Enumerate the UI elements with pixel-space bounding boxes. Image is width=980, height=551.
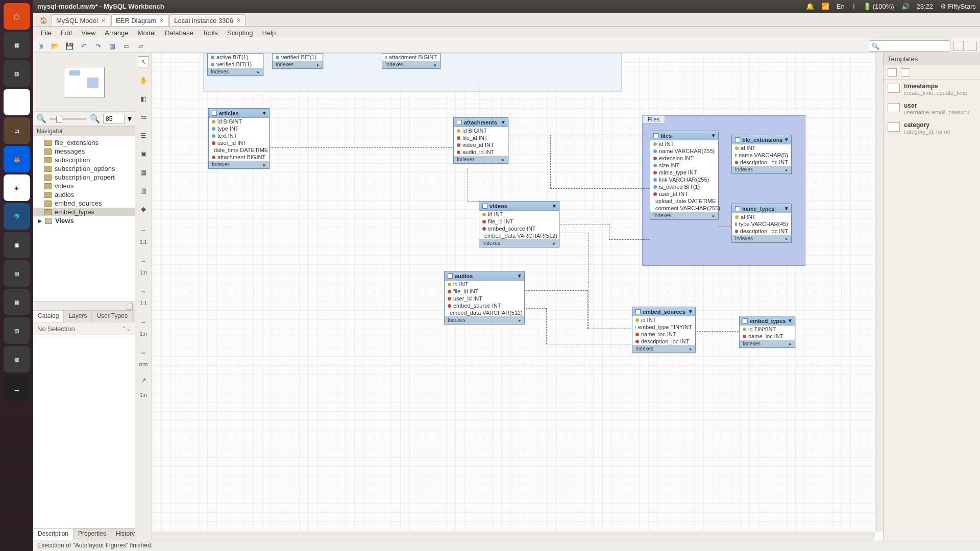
tab-properties[interactable]: Properties (74, 529, 111, 540)
chevron-down-icon[interactable]: ▾ (785, 205, 788, 212)
menu-edit[interactable]: Edit (56, 29, 77, 37)
clock[interactable]: 23:22 (917, 3, 934, 10)
relationship-line[interactable] (509, 135, 647, 135)
tab-description[interactable]: Description (33, 529, 74, 540)
launcher-chrome-icon[interactable]: ◉ (4, 174, 30, 201)
chevron-down-icon[interactable]: ▾ (712, 132, 715, 139)
launcher-app-icon[interactable]: ▦ (4, 289, 30, 315)
selection-indicator[interactable]: No Selection ⌃⌄ (33, 322, 135, 335)
table-articles[interactable]: articles ▾ id BIGINT type INT text INT u… (208, 108, 270, 169)
table-partial[interactable]: verified BIT(1) Indexes (272, 53, 323, 69)
table-files[interactable]: files▾ id INT name VARCHAR(255) extensio… (650, 131, 719, 220)
panel-toggle-left[interactable] (953, 41, 964, 51)
relationship-line[interactable] (697, 331, 739, 332)
relationship-line[interactable] (550, 135, 551, 188)
tree-scrollbar-h[interactable] (33, 301, 135, 310)
launcher-app-icon[interactable]: ▧ (4, 317, 30, 344)
launcher-app-icon[interactable]: ▣ (4, 232, 30, 258)
zoom-out-icon[interactable]: 🔍 (36, 114, 46, 123)
relationship-line[interactable] (609, 224, 609, 239)
relationship-line[interactable] (526, 308, 546, 309)
relationship-line[interactable] (270, 147, 452, 148)
doc-tab[interactable]: EER Diagram✕ (111, 14, 168, 26)
nav-tab-layers[interactable]: Layers (64, 311, 92, 322)
relationship-line[interactable] (468, 201, 479, 202)
tool-note[interactable]: ☰ (138, 130, 149, 141)
canvas-scrollbar-h[interactable] (152, 532, 875, 540)
relationship-line[interactable] (546, 308, 547, 344)
doc-tab[interactable]: MySQL Model✕ (52, 14, 110, 26)
chevron-down-icon[interactable]: ▾ (689, 308, 692, 315)
undo-icon[interactable]: ↶ (79, 41, 88, 51)
template-item[interactable]: categorycategory_id, name (884, 118, 980, 138)
zoom-value-input[interactable]: 85 (103, 114, 125, 124)
bluetooth-icon[interactable]: ᚼ (852, 3, 856, 10)
launcher-firefox-icon[interactable]: 🦊 (4, 146, 30, 172)
redo-icon[interactable]: ↷ (93, 41, 103, 51)
diagram-canvas[interactable]: Files active BIT(1) verified BIT(1) Inde… (152, 53, 883, 540)
align-icon[interactable]: ▭ (122, 41, 131, 51)
table-audios[interactable]: audios▾ id INT file_id INT user_id INT e… (444, 271, 525, 324)
volume-icon[interactable]: 🔊 (901, 3, 910, 10)
template-item[interactable]: timestampscreate_time, update_time (884, 80, 980, 99)
chevron-down-icon[interactable]: ▾ (502, 119, 505, 126)
launcher-app-icon[interactable]: ▦ (4, 32, 30, 58)
menu-view[interactable]: View (77, 29, 100, 37)
launcher-app-icon[interactable]: ▨ (4, 346, 30, 372)
tool-rel-1-1-non[interactable]: ⎯ (138, 221, 149, 233)
template-list-icon[interactable] (901, 68, 910, 77)
chevron-down-icon[interactable]: ▾ (789, 317, 792, 324)
relationship-line[interactable] (479, 70, 479, 117)
launcher-workbench-icon[interactable]: 🐬 (4, 203, 30, 230)
tool-layer[interactable]: ▭ (138, 111, 149, 122)
launcher-terminal-icon[interactable]: ▁ (4, 374, 30, 401)
tool-rel-1-1-id[interactable]: ⎯ (138, 283, 149, 294)
menu-help[interactable]: Help (258, 29, 281, 37)
table-partial[interactable]: attachment BIGINT Indexes (382, 53, 440, 69)
tool-eraser[interactable]: ◧ (138, 93, 149, 104)
tool-routine[interactable]: ◆ (138, 203, 149, 214)
tool-rel-existing[interactable]: ↗ (138, 374, 149, 386)
chevron-down-icon[interactable]: ▾ (553, 203, 556, 209)
close-icon[interactable]: ✕ (101, 17, 106, 24)
close-icon[interactable]: ✕ (236, 17, 241, 24)
chevron-down-icon[interactable]: ▾ (263, 110, 266, 116)
table-embed-sources[interactable]: embed_sources▾ id INT embed_type TINYINT… (632, 307, 696, 353)
menu-database[interactable]: Database (160, 29, 198, 37)
zoom-in-icon[interactable]: 🔍 (90, 114, 100, 123)
tool-hand[interactable]: ✋ (138, 74, 149, 86)
nav-tab-user-types[interactable]: User Types (92, 311, 132, 322)
tool-rel-1-n-id[interactable]: ⎯ (138, 313, 149, 324)
relationship-line[interactable] (550, 188, 650, 189)
session-menu[interactable]: ⚙ FiftyStars (940, 3, 976, 10)
relationship-line[interactable] (587, 290, 587, 329)
network-icon[interactable]: 📶 (821, 3, 829, 10)
ubuntu-dash-icon[interactable]: ◯ (4, 3, 30, 30)
menu-arrange[interactable]: Arrange (100, 29, 133, 37)
zoom-slider[interactable] (50, 118, 87, 120)
relationship-line[interactable] (546, 344, 631, 344)
save-icon[interactable]: 💾 (65, 41, 74, 51)
relationship-line[interactable] (719, 158, 731, 158)
expand-icon[interactable]: ▸ (38, 217, 42, 224)
chevron-down-icon[interactable]: ▾ (518, 272, 521, 279)
table-embed-types[interactable]: embed_types▾ id TINYINT name_loc INT Ind… (739, 316, 795, 348)
doc-tab[interactable]: Local instance 3306✕ (169, 14, 246, 26)
relationship-line[interactable] (560, 233, 589, 233)
launcher-gedit-icon[interactable]: ✎ (4, 89, 30, 115)
launcher-files-icon[interactable]: 🗂 (4, 117, 30, 144)
notifications-icon[interactable]: 🔔 (806, 3, 814, 10)
relationship-line[interactable] (589, 233, 589, 329)
tool-image[interactable]: ▣ (138, 148, 149, 159)
notation-icon[interactable]: ▱ (136, 41, 145, 51)
catalog-tree[interactable]: file_extensions messages subscription su… (33, 136, 135, 301)
relationship-line[interactable] (719, 227, 731, 227)
menu-scripting[interactable]: Scripting (223, 29, 258, 37)
relationship-line[interactable] (587, 329, 631, 329)
template-new-icon[interactable] (888, 68, 897, 77)
canvas-scrollbar-v[interactable] (875, 53, 883, 532)
tool-rel-1-n-non[interactable]: ⎯ (138, 252, 149, 263)
table-attachments[interactable]: attachments▾ id BIGINT file_id INT video… (453, 117, 508, 164)
tool-view[interactable]: ▥ (138, 185, 149, 196)
search-input[interactable]: 🔍 (869, 40, 950, 52)
